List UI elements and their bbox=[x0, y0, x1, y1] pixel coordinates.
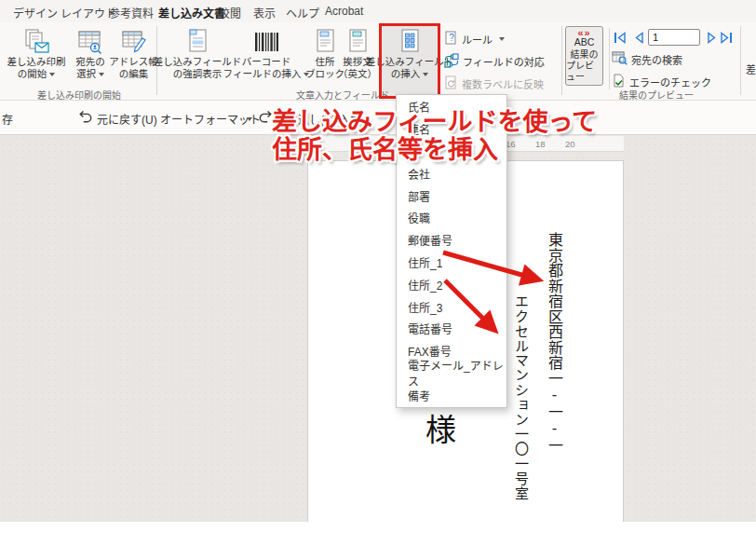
group-divider bbox=[740, 26, 741, 95]
highlight-merge-fields-icon bbox=[184, 24, 210, 56]
abc-icon: ABC bbox=[574, 37, 595, 48]
edit-recipient-list-button[interactable]: アドレス帳 の編集 bbox=[112, 24, 155, 97]
update-labels-button: 複数ラベルに反映 bbox=[444, 75, 544, 92]
partial-save-label: 存 bbox=[2, 111, 13, 127]
tab-references[interactable]: 参考資料 bbox=[107, 3, 155, 24]
button-label: 差し込みフィールド bbox=[366, 56, 453, 68]
button-label: の挿入 bbox=[391, 68, 421, 79]
previous-record-icon bbox=[633, 32, 644, 44]
ruler-number: 20 bbox=[565, 139, 575, 149]
edit-recipient-list-icon bbox=[120, 24, 148, 56]
rules-button[interactable]: ? ルール bbox=[444, 31, 505, 48]
tab-help[interactable]: ヘルプ bbox=[284, 3, 321, 24]
barcode-field-button[interactable]: バーコード フィールドの挿入 bbox=[226, 24, 306, 97]
preview-results-button[interactable]: «» ABC 結果の プレビュー bbox=[565, 26, 603, 86]
button-label: 住所 bbox=[316, 56, 335, 68]
merge-field-item[interactable]: 住所_2 bbox=[397, 273, 506, 295]
group-label-start-mail-merge: 差し込み印刷の開始 bbox=[6, 88, 153, 102]
merge-field-item[interactable]: 部署 bbox=[397, 184, 506, 207]
button-label: （英文） bbox=[338, 68, 377, 80]
next-record-button[interactable] bbox=[705, 30, 720, 45]
merge-field-item[interactable]: 郵便番号 bbox=[397, 229, 506, 252]
section-divider bbox=[609, 28, 610, 89]
start-mail-merge-icon bbox=[21, 24, 51, 56]
button-label: アドレス帳 bbox=[109, 56, 158, 68]
button-label: 複数ラベルに反映 bbox=[462, 76, 544, 91]
merge-field-item[interactable]: 氏名 bbox=[397, 96, 506, 118]
word-window: デザイン レイアウト 参考資料 差し込み文書 校閲 表示 ヘルプ Acrobat… bbox=[0, 0, 756, 546]
button-label: プレビュー bbox=[566, 61, 602, 83]
highlight-merge-fields-button[interactable]: 差し込みフィールド の強調表示 bbox=[158, 24, 236, 97]
tab-view[interactable]: 表示 bbox=[251, 3, 277, 24]
match-fields-icon bbox=[444, 53, 459, 70]
insert-merge-field-button[interactable]: 差し込みフィールド の挿入 bbox=[380, 24, 439, 97]
ruler-number: 18 bbox=[535, 139, 546, 149]
quick-access-toolbar: 存 元に戻す(U) オートフォーマット 繰り返し(R) 入力 bbox=[0, 101, 756, 135]
select-recipients-button[interactable]: 宛先の 選択 bbox=[69, 24, 112, 97]
group-label-preview-results: 結果のプレビュー bbox=[610, 88, 703, 102]
tab-review[interactable]: 校閲 bbox=[217, 3, 243, 24]
barcode-icon bbox=[252, 24, 280, 56]
button-label: ルール bbox=[462, 32, 493, 47]
insert-merge-field-dropdown: 氏名 連名 会社 部署 役職 郵便番号 住所_1 住所_2 住所_3 電話番号 … bbox=[396, 94, 507, 408]
partial-group-text: 差 bbox=[746, 61, 756, 76]
ribbon-tab-bar: デザイン レイアウト 参考資料 差し込み文書 校閲 表示 ヘルプ Acrobat bbox=[0, 0, 756, 22]
merge-field-item[interactable]: 役職 bbox=[397, 207, 506, 229]
address-text-column-1: 東京都新宿区西新宿一-一-一 bbox=[543, 232, 565, 453]
chevron-down-icon bbox=[99, 73, 104, 76]
address-text-column-2: エクセルマンション一〇一号室 bbox=[511, 294, 531, 500]
button-label: フィールドの挿入 bbox=[223, 68, 302, 79]
merge-field-item[interactable]: 会社 bbox=[397, 162, 506, 184]
insert-merge-field-icon bbox=[398, 24, 422, 56]
button-label: フィールドの対応 bbox=[463, 54, 545, 69]
last-record-icon bbox=[720, 32, 733, 44]
start-mail-merge-button[interactable]: 差し込み印刷 の開始 bbox=[6, 24, 67, 97]
rules-icon: ? bbox=[444, 31, 458, 48]
button-label: 結果の bbox=[571, 49, 599, 61]
chevron-down-icon[interactable] bbox=[247, 117, 252, 121]
redo-icon[interactable] bbox=[258, 110, 273, 128]
find-recipient-icon bbox=[612, 51, 628, 67]
tab-acrobat[interactable]: Acrobat bbox=[323, 3, 365, 21]
group-divider bbox=[561, 26, 562, 95]
chevron-down-icon bbox=[499, 37, 505, 41]
address-block-icon bbox=[313, 24, 337, 56]
chevron-down-icon bbox=[423, 73, 428, 76]
previous-record-button[interactable] bbox=[631, 30, 646, 45]
menu-spacer bbox=[397, 141, 506, 163]
undo-button[interactable]: 元に戻す(U) オートフォーマット bbox=[97, 111, 261, 127]
svg-text:?: ? bbox=[449, 33, 454, 43]
button-label: の編集 bbox=[119, 68, 149, 80]
chevron-down-icon bbox=[49, 73, 55, 76]
first-record-button[interactable] bbox=[613, 30, 628, 45]
merge-field-item[interactable]: 住所_1 bbox=[397, 252, 506, 274]
merge-field-item[interactable]: 連名 bbox=[397, 118, 506, 141]
match-fields-button[interactable]: フィールドの対応 bbox=[444, 53, 545, 70]
button-label: の強調表示 bbox=[173, 68, 223, 80]
honorific-text: 様 bbox=[425, 405, 456, 450]
button-label: の開始 bbox=[18, 68, 47, 79]
record-number-input[interactable] bbox=[648, 29, 700, 46]
ribbon: 差し込み印刷 の開始 宛先の 選択 アドレス帳 の編集 差し込み印刷の開始 差し… bbox=[0, 22, 756, 101]
button-label: 選択 bbox=[76, 68, 96, 79]
merge-field-item[interactable]: 電子メール_アドレス bbox=[397, 362, 506, 385]
button-label: バーコード bbox=[242, 56, 291, 68]
button-label: 宛先の検索 bbox=[631, 52, 682, 67]
button-label: 宛先の bbox=[75, 56, 105, 68]
button-label: 差し込み印刷 bbox=[7, 56, 66, 68]
document-area: 16 18 20 東京都新宿区西新宿一-一-一 エクセルマンション一〇一号室 様 bbox=[0, 135, 756, 522]
undo-icon[interactable] bbox=[78, 110, 93, 128]
last-record-button[interactable] bbox=[719, 30, 734, 45]
select-recipients-icon bbox=[76, 24, 104, 56]
merge-field-item[interactable]: 住所_3 bbox=[397, 295, 506, 318]
update-labels-icon bbox=[444, 75, 458, 92]
first-record-icon bbox=[614, 32, 627, 44]
merge-field-item[interactable]: 電話番号 bbox=[397, 318, 506, 340]
greeting-line-icon bbox=[345, 24, 370, 56]
next-record-icon bbox=[707, 32, 718, 44]
find-recipient-button[interactable]: 宛先の検索 bbox=[612, 51, 682, 67]
redo-button[interactable]: 繰り返し(R) 入力 bbox=[276, 111, 361, 127]
tab-design[interactable]: デザイン bbox=[11, 3, 60, 24]
